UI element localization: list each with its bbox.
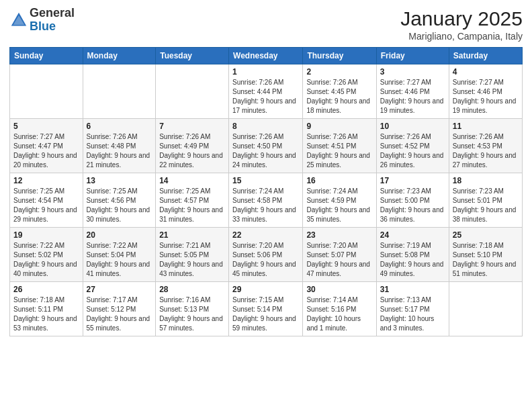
calendar-cell: 12Sunrise: 7:25 AM Sunset: 4:54 PM Dayli… xyxy=(10,173,83,228)
day-info: Sunrise: 7:19 AM Sunset: 5:08 PM Dayligh… xyxy=(380,241,445,279)
calendar-cell: 28Sunrise: 7:16 AM Sunset: 5:13 PM Dayli… xyxy=(156,282,229,336)
calendar-table: SundayMondayTuesdayWednesdayThursdayFrid… xyxy=(9,47,523,336)
day-number: 27 xyxy=(87,285,152,294)
day-number: 21 xyxy=(159,230,225,240)
day-number: 9 xyxy=(306,122,372,131)
day-number: 4 xyxy=(453,67,519,77)
day-number: 28 xyxy=(159,285,225,294)
calendar-week-row: 1Sunrise: 7:26 AM Sunset: 4:44 PM Daylig… xyxy=(10,64,523,119)
day-info: Sunrise: 7:26 AM Sunset: 4:48 PM Dayligh… xyxy=(87,132,152,170)
calendar-cell: 9Sunrise: 7:26 AM Sunset: 4:51 PM Daylig… xyxy=(303,119,376,173)
calendar-cell: 8Sunrise: 7:26 AM Sunset: 4:50 PM Daylig… xyxy=(229,119,303,173)
location-title: Marigliano, Campania, Italy xyxy=(400,31,523,42)
day-number: 18 xyxy=(453,176,519,185)
day-info: Sunrise: 7:21 AM Sunset: 5:05 PM Dayligh… xyxy=(159,241,225,279)
calendar-cell: 21Sunrise: 7:21 AM Sunset: 5:05 PM Dayli… xyxy=(156,228,229,282)
day-number: 16 xyxy=(306,176,372,185)
day-number: 24 xyxy=(380,230,445,240)
day-info: Sunrise: 7:27 AM Sunset: 4:46 PM Dayligh… xyxy=(453,78,519,116)
day-number: 22 xyxy=(232,230,299,240)
day-info: Sunrise: 7:23 AM Sunset: 5:00 PM Dayligh… xyxy=(380,187,445,224)
day-info: Sunrise: 7:25 AM Sunset: 4:56 PM Dayligh… xyxy=(87,187,152,224)
calendar-cell: 30Sunrise: 7:14 AM Sunset: 5:16 PM Dayli… xyxy=(303,282,376,336)
calendar-cell: 15Sunrise: 7:24 AM Sunset: 4:58 PM Dayli… xyxy=(229,173,303,228)
calendar-cell: 26Sunrise: 7:18 AM Sunset: 5:11 PM Dayli… xyxy=(10,282,83,336)
title-block: January 2025 Marigliano, Campania, Italy xyxy=(400,7,523,42)
page: General Blue January 2025 Marigliano, Ca… xyxy=(0,0,532,411)
calendar-cell xyxy=(83,64,156,119)
weekday-header: Monday xyxy=(83,48,156,64)
calendar-cell: 17Sunrise: 7:23 AM Sunset: 5:00 PM Dayli… xyxy=(376,173,449,228)
calendar-cell xyxy=(10,64,83,119)
calendar-cell: 20Sunrise: 7:22 AM Sunset: 5:04 PM Dayli… xyxy=(83,228,156,282)
calendar-week-row: 26Sunrise: 7:18 AM Sunset: 5:11 PM Dayli… xyxy=(10,282,523,336)
header: General Blue January 2025 Marigliano, Ca… xyxy=(9,7,523,42)
calendar-cell: 1Sunrise: 7:26 AM Sunset: 4:44 PM Daylig… xyxy=(229,64,303,119)
calendar-week-row: 12Sunrise: 7:25 AM Sunset: 4:54 PM Dayli… xyxy=(10,173,523,228)
day-info: Sunrise: 7:26 AM Sunset: 4:44 PM Dayligh… xyxy=(232,78,299,116)
weekday-header: Tuesday xyxy=(156,48,229,64)
day-info: Sunrise: 7:25 AM Sunset: 4:54 PM Dayligh… xyxy=(13,187,79,224)
day-number: 8 xyxy=(232,122,299,131)
day-number: 31 xyxy=(380,285,445,294)
calendar-cell: 24Sunrise: 7:19 AM Sunset: 5:08 PM Dayli… xyxy=(376,228,449,282)
calendar-cell: 29Sunrise: 7:15 AM Sunset: 5:14 PM Dayli… xyxy=(229,282,303,336)
calendar-week-row: 5Sunrise: 7:27 AM Sunset: 4:47 PM Daylig… xyxy=(10,119,523,173)
day-info: Sunrise: 7:24 AM Sunset: 4:59 PM Dayligh… xyxy=(306,187,372,224)
day-info: Sunrise: 7:23 AM Sunset: 5:01 PM Dayligh… xyxy=(453,187,519,224)
calendar-cell: 25Sunrise: 7:18 AM Sunset: 5:10 PM Dayli… xyxy=(449,228,522,282)
logo-general-text: General xyxy=(30,6,75,19)
day-number: 7 xyxy=(159,122,225,131)
calendar-cell: 13Sunrise: 7:25 AM Sunset: 4:56 PM Dayli… xyxy=(83,173,156,228)
day-number: 29 xyxy=(232,285,299,294)
month-title: January 2025 xyxy=(400,7,523,31)
day-number: 1 xyxy=(232,67,299,77)
logo-icon xyxy=(9,11,28,30)
day-number: 17 xyxy=(380,176,445,185)
day-info: Sunrise: 7:27 AM Sunset: 4:46 PM Dayligh… xyxy=(380,78,445,116)
calendar-cell: 18Sunrise: 7:23 AM Sunset: 5:01 PM Dayli… xyxy=(449,173,522,228)
calendar-cell: 11Sunrise: 7:26 AM Sunset: 4:53 PM Dayli… xyxy=(449,119,522,173)
day-number: 13 xyxy=(87,176,152,185)
calendar-cell: 31Sunrise: 7:13 AM Sunset: 5:17 PM Dayli… xyxy=(376,282,449,336)
calendar-cell: 19Sunrise: 7:22 AM Sunset: 5:02 PM Dayli… xyxy=(10,228,83,282)
day-number: 11 xyxy=(453,122,519,131)
weekday-header: Thursday xyxy=(303,48,376,64)
day-info: Sunrise: 7:16 AM Sunset: 5:13 PM Dayligh… xyxy=(159,295,225,333)
calendar-cell: 7Sunrise: 7:26 AM Sunset: 4:49 PM Daylig… xyxy=(156,119,229,173)
day-number: 20 xyxy=(87,230,152,240)
day-info: Sunrise: 7:15 AM Sunset: 5:14 PM Dayligh… xyxy=(232,295,299,333)
calendar-cell: 10Sunrise: 7:26 AM Sunset: 4:52 PM Dayli… xyxy=(376,119,449,173)
day-number: 19 xyxy=(13,230,79,240)
calendar-cell: 4Sunrise: 7:27 AM Sunset: 4:46 PM Daylig… xyxy=(449,64,522,119)
calendar-cell: 2Sunrise: 7:26 AM Sunset: 4:45 PM Daylig… xyxy=(303,64,376,119)
day-info: Sunrise: 7:26 AM Sunset: 4:45 PM Dayligh… xyxy=(306,78,372,116)
weekday-header: Friday xyxy=(376,48,449,64)
day-info: Sunrise: 7:24 AM Sunset: 4:58 PM Dayligh… xyxy=(232,187,299,224)
day-number: 5 xyxy=(13,122,79,131)
day-number: 12 xyxy=(13,176,79,185)
weekday-header: Wednesday xyxy=(229,48,303,64)
day-info: Sunrise: 7:20 AM Sunset: 5:06 PM Dayligh… xyxy=(232,241,299,279)
calendar-cell: 23Sunrise: 7:20 AM Sunset: 5:07 PM Dayli… xyxy=(303,228,376,282)
day-number: 6 xyxy=(87,122,152,131)
weekday-header: Sunday xyxy=(10,48,83,64)
day-info: Sunrise: 7:26 AM Sunset: 4:53 PM Dayligh… xyxy=(453,132,519,170)
calendar-cell xyxy=(156,64,229,119)
day-number: 10 xyxy=(380,122,445,131)
calendar-cell: 3Sunrise: 7:27 AM Sunset: 4:46 PM Daylig… xyxy=(376,64,449,119)
day-info: Sunrise: 7:20 AM Sunset: 5:07 PM Dayligh… xyxy=(306,241,372,279)
day-info: Sunrise: 7:26 AM Sunset: 4:49 PM Dayligh… xyxy=(159,132,225,170)
day-info: Sunrise: 7:22 AM Sunset: 5:02 PM Dayligh… xyxy=(13,241,79,279)
day-info: Sunrise: 7:13 AM Sunset: 5:17 PM Dayligh… xyxy=(380,295,445,333)
calendar-cell xyxy=(449,282,522,336)
day-info: Sunrise: 7:22 AM Sunset: 5:04 PM Dayligh… xyxy=(87,241,152,279)
day-info: Sunrise: 7:18 AM Sunset: 5:10 PM Dayligh… xyxy=(453,241,519,279)
calendar-cell: 14Sunrise: 7:25 AM Sunset: 4:57 PM Dayli… xyxy=(156,173,229,228)
day-number: 23 xyxy=(306,230,372,240)
day-info: Sunrise: 7:17 AM Sunset: 5:12 PM Dayligh… xyxy=(87,295,152,333)
logo: General Blue xyxy=(9,7,75,34)
day-info: Sunrise: 7:26 AM Sunset: 4:52 PM Dayligh… xyxy=(380,132,445,170)
day-number: 2 xyxy=(306,67,372,77)
calendar-cell: 27Sunrise: 7:17 AM Sunset: 5:12 PM Dayli… xyxy=(83,282,156,336)
